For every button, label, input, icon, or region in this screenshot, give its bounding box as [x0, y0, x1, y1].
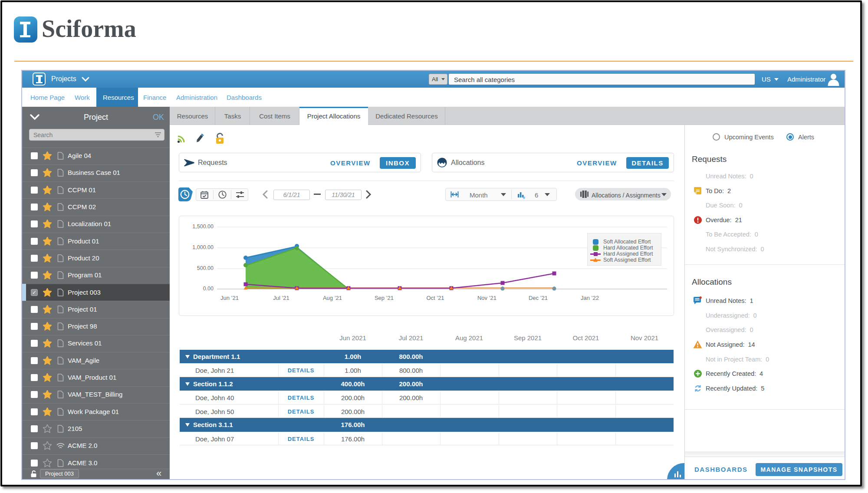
svg-text:#: # — [523, 196, 525, 199]
